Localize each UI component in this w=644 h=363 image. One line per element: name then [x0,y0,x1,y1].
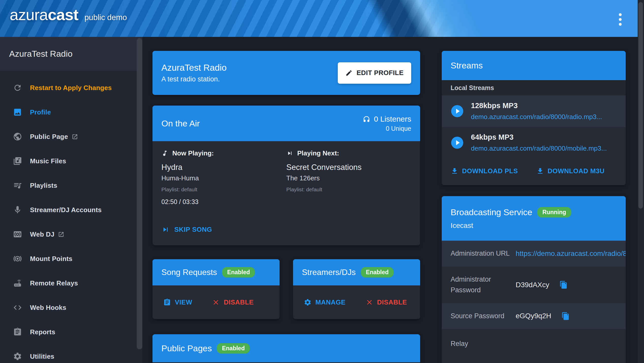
playing-next-label: Playing Next: [297,149,339,157]
listeners-count: 0 Listeners [374,115,411,123]
relay-label: Relay [451,339,514,349]
streams-title: Streams [451,61,483,70]
image-icon [13,107,22,117]
sidebar-item-web-hooks[interactable]: Web Hooks [0,295,144,320]
stream-row: 64kbps MP3 demo.azuracast.com/radio/8000… [442,127,626,158]
song-requests-title: Song Requests [161,268,217,277]
pencil-icon [345,69,352,77]
sidebar: AzuraTest Radio Restart to Apply Changes… [0,37,144,363]
sidebar-item-label: Playlists [30,182,57,190]
main-content: AzuraTest Radio A test radio station. ED… [144,37,644,363]
playing-next-song: Secret Conversations [286,163,411,172]
download-m3u-button[interactable]: DOWNLOAD M3U [536,167,605,175]
play-stream-button[interactable] [451,105,464,118]
sidebar-item-remote-relays[interactable]: Remote Relays [0,271,144,295]
on-the-air-header: On the Air 0 Listeners 0 Unique [152,106,420,141]
sidebar-item-web-dj[interactable]: Web DJ [0,222,144,246]
headphones-icon [363,115,370,123]
download-pls-button[interactable]: DOWNLOAD PLS [451,167,518,175]
stream-name: 128kbps MP3 [471,101,602,110]
skip-song-button[interactable]: SKIP SONG [161,225,212,234]
profile-station-title: AzuraTest Radio [161,63,227,73]
stream-url-link[interactable]: demo.azuracast.com/radio/8000/radio.mp3.… [471,113,602,121]
library-music-icon [13,156,22,166]
sidebar-item-playlists[interactable]: Playlists [0,173,144,198]
public-pages-card: Public Pages Enabled [152,334,420,363]
speaker-icon [13,229,22,239]
stream-row: 128kbps MP3 demo.azuracast.com/radio/800… [442,95,626,127]
music-note-icon [161,150,168,157]
disable-requests-button[interactable]: DISABLE [212,298,254,306]
sidebar-item-public-page[interactable]: Public Page [0,124,144,149]
close-icon [212,298,220,306]
broadcasting-service-title: Broadcasting Service [451,207,532,217]
now-playing-elapsed-time: 02:50 / 03:33 [161,198,286,206]
sidebar-item-label: Mount Points [30,255,72,263]
sidebar-item-profile[interactable]: Profile [0,100,144,124]
station-name: AzuraTest Radio [9,49,72,59]
sidebar-item-label: Utilities [30,353,54,360]
edit-profile-button[interactable]: EDIT PROFILE [338,62,411,84]
download-icon [451,167,458,175]
sidebar-item-label: Restart to Apply Changes [30,84,112,92]
sidebar-nav: Restart to Apply Changes Profile Public … [0,71,144,363]
gear-icon [304,298,312,306]
local-streams-section-label: Local Streams [442,80,626,95]
external-link-icon [72,134,78,140]
sidebar-item-label: Remote Relays [30,279,78,287]
view-requests-button[interactable]: VIEW [163,298,192,306]
on-the-air-card: On the Air 0 Listeners 0 Unique [152,106,420,245]
profile-card: AzuraTest Radio A test radio station. ED… [152,51,420,95]
sidebar-item-label: Profile [30,108,51,116]
playing-next-block: Playing Next: Secret Conversations The 1… [286,149,411,206]
top-header: azura cast public demo [0,0,644,37]
broadcasting-service-card: Broadcasting Service Running Icecast Adm… [442,196,626,363]
copy-icon[interactable] [559,281,568,289]
streamers-djs-header: Streamers/DJs Enabled [293,259,420,285]
now-playing-playlist: Playlist: default [161,186,286,193]
sidebar-item-label: Music Files [30,157,66,165]
sidebar-item-restart-to-apply-changes[interactable]: Restart to Apply Changes [0,76,144,100]
streams-card: Streams Local Streams 128kbps MP3 demo.a… [442,51,626,185]
copy-icon[interactable] [561,312,570,320]
stream-name: 64kbps MP3 [471,133,607,141]
sidebar-item-streamer-dj-accounts[interactable]: Streamer/DJ Accounts [0,198,144,222]
close-icon [365,298,373,306]
play-stream-button[interactable] [451,136,464,149]
now-playing-song: Hydra [161,163,286,172]
logo-text-bold: cast [48,6,78,24]
source-password-label: Source Password [451,311,514,322]
admin-password-row: Administrator Password D39dAXcy [442,267,626,303]
public-pages-header: Public Pages Enabled [152,334,420,362]
sidebar-item-reports[interactable]: Reports [0,320,144,344]
clipboard-icon [13,327,22,337]
relay-row: Relay [442,329,626,363]
disable-streamers-button[interactable]: DISABLE [365,298,407,306]
streamers-djs-card: Streamers/DJs Enabled MANAGE DISABLE [293,259,420,319]
external-link-icon [58,231,64,238]
page-scrollbar[interactable] [638,2,643,209]
sidebar-item-music-files[interactable]: Music Files [0,149,144,173]
logo-subtitle: public demo [84,13,127,22]
playing-next-playlist: Playlist: default [286,186,411,193]
globe-icon [13,132,22,141]
azuracast-logo: azura cast public demo [10,6,127,24]
kebab-menu-icon[interactable] [618,13,622,26]
playing-next-artist: The 126ers [286,174,411,182]
profile-station-description: A test radio station. [161,75,227,83]
manage-streamers-button[interactable]: MANAGE [304,298,346,306]
admin-url-link[interactable]: https://demo.azuracast.com/radio/8 [516,250,626,258]
sidebar-item-label: Web Hooks [30,304,66,312]
sidebar-item-mount-points[interactable]: Mount Points [0,246,144,271]
song-requests-card: Song Requests Enabled VIEW DISABLE [152,259,280,319]
skip-next-icon [286,150,293,157]
streamers-djs-status-badge: Enabled [361,267,394,278]
stream-url-link[interactable]: demo.azuracast.com/radio/8000/mobile.mp3… [471,144,607,152]
queue-music-icon [13,181,22,190]
broadcasting-service-type: Icecast [451,222,473,230]
broadcast-icon [13,254,22,264]
sidebar-scrollbar[interactable] [137,38,142,349]
sidebar-item-utilities[interactable]: Utilities [0,344,144,363]
mic-icon [13,205,22,215]
song-requests-status-badge: Enabled [222,267,255,278]
